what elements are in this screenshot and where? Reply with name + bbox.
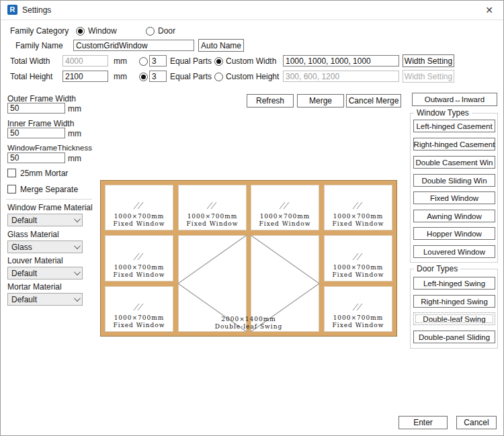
family-category-window-radio[interactable]: [76, 27, 85, 36]
mortar-material-label: Mortar Material: [7, 282, 62, 292]
cancel-button[interactable]: Cancel: [456, 416, 497, 429]
merge-separate-checkbox-label[interactable]: Merge Separate: [20, 185, 78, 194]
mortar-checkbox-label[interactable]: 25mm Mortar: [20, 169, 68, 178]
louver-material-label: Louver Material: [7, 256, 63, 265]
chevron-down-icon: [74, 269, 81, 275]
canvas-cell-fixed-window[interactable]: 1000×700mm Fixed Window: [324, 185, 392, 230]
door-swing-icon: [178, 235, 247, 332]
window-frame-material-select[interactable]: Default: [7, 214, 83, 226]
width-setting-button[interactable]: Width Setting: [403, 54, 454, 67]
custom-height-radio[interactable]: [214, 73, 223, 81]
total-width-label: Total Width: [10, 56, 50, 66]
auto-name-button[interactable]: Auto Name: [198, 39, 244, 52]
canvas-cell-fixed-window[interactable]: 1000×700mm Fixed Window: [105, 235, 173, 281]
window-type-fixed-window-button[interactable]: Fixed Window: [413, 191, 495, 204]
family-category-window-label[interactable]: Window: [88, 26, 117, 36]
window-type-hopper-window-button[interactable]: Hopper Window: [413, 227, 495, 240]
chevron-down-icon: [74, 216, 81, 222]
outward-inward-toggle-button[interactable]: Outward↔Inward: [412, 93, 497, 106]
close-icon[interactable]: ✕: [479, 3, 499, 17]
cell-type-label: Fixed Window: [187, 220, 239, 228]
glass-material-label: Glass Material: [7, 230, 59, 239]
door-type-right-hinged-swing-button[interactable]: Right-hinged Swing: [413, 295, 495, 308]
enter-button[interactable]: Enter: [398, 416, 448, 429]
custom-width-label[interactable]: Custom Width: [226, 56, 276, 66]
canvas-cell-fixed-window[interactable]: 1000×700mm Fixed Window: [251, 185, 319, 230]
height-equal-parts-radio[interactable]: [139, 73, 148, 81]
door-swing-icon: [251, 235, 319, 332]
canvas-cell-fixed-window[interactable]: 1000×700mm Fixed Window: [324, 235, 392, 281]
window-frame-thickness-label: WindowFrameThickness: [7, 144, 92, 152]
settings-dialog: R Settings ✕ Family Category Window Door…: [0, 0, 504, 436]
height-equal-parts-input[interactable]: [149, 71, 167, 82]
glass-material-value: Glass: [11, 243, 32, 252]
outer-frame-width-label: Outer Frame Width: [7, 94, 76, 103]
cell-type-label: Fixed Window: [333, 322, 384, 329]
window-type-awning-window-button[interactable]: Awning Window: [413, 210, 495, 222]
cell-type-label: Fixed Window: [114, 322, 165, 329]
canvas-cell-door-leaf-left[interactable]: [178, 235, 247, 332]
merge-separate-checkbox[interactable]: [7, 185, 16, 193]
window-frame-thickness-input[interactable]: [7, 152, 65, 163]
inner-frame-width-input[interactable]: [7, 128, 65, 138]
cell-size-label: 1000×700mm: [114, 314, 165, 322]
family-category-label: Family Category: [10, 26, 69, 36]
door-type-double-leaf-swing-button[interactable]: Double-leaf Swing: [413, 312, 495, 325]
glass-material-select[interactable]: Glass: [7, 241, 83, 253]
glass-hatch-icon: [351, 201, 366, 210]
window-type-double-sliding-button[interactable]: Double Sliding Win: [413, 174, 495, 187]
custom-height-input: [283, 71, 399, 82]
canvas-cell-fixed-window[interactable]: 1000×700mm Fixed Window: [105, 185, 173, 230]
outer-frame-width-input[interactable]: [7, 103, 65, 114]
cell-type-label: Fixed Window: [114, 271, 165, 279]
window-type-right-hinged-casement-button[interactable]: Right-hinged Casement: [413, 138, 495, 150]
custom-height-label[interactable]: Custom Height: [226, 72, 279, 81]
mortar-material-select[interactable]: Default: [7, 293, 83, 306]
canvas-cell-fixed-window[interactable]: 1000×700mm Fixed Window: [105, 286, 173, 332]
window-type-left-hinged-casement-button[interactable]: Left-hinged Casement: [413, 120, 495, 132]
cell-type-label: Fixed Window: [333, 220, 384, 228]
glass-hatch-icon: [278, 201, 292, 210]
canvas-cell-fixed-window[interactable]: 1000×700mm Fixed Window: [178, 185, 247, 230]
door-types-label: Door Types: [414, 264, 460, 273]
mortar-material-value: Default: [11, 295, 37, 304]
merge-button[interactable]: Merge: [297, 94, 344, 107]
chevron-down-icon: [74, 295, 81, 302]
canvas-cell-door-leaf-right[interactable]: [251, 235, 319, 332]
custom-width-radio[interactable]: [214, 57, 223, 66]
cell-size-label: 1000×700mm: [187, 213, 238, 220]
window-grid-canvas[interactable]: 1000×700mm Fixed Window 1000×700mm Fixed…: [100, 180, 397, 337]
total-height-input[interactable]: [62, 71, 108, 82]
window-frame-material-value: Default: [11, 216, 37, 225]
canvas-cell-fixed-window[interactable]: 1000×700mm Fixed Window: [324, 286, 392, 332]
width-equal-parts-label: Equal Parts: [170, 56, 212, 66]
width-equal-parts-radio[interactable]: [139, 57, 148, 66]
height-setting-button: Width Setting: [403, 70, 454, 83]
door-type-left-hinged-swing-button[interactable]: Left-hinged Swing: [413, 277, 495, 290]
cell-type-label: Fixed Window: [259, 220, 311, 228]
window-type-double-casement-button[interactable]: Double Casement Win: [413, 156, 495, 169]
window-type-louvered-window-button[interactable]: Louvered Window: [413, 245, 495, 258]
cell-size-label: 1000×700mm: [260, 213, 310, 220]
cell-size-label: 1000×700mm: [333, 264, 384, 271]
window-types-groupbox: [410, 113, 498, 263]
window-title: Settings: [22, 5, 51, 15]
cancel-merge-button[interactable]: Cancel Merge: [346, 94, 401, 107]
cell-type-label: Fixed Window: [333, 271, 384, 279]
glass-hatch-icon: [132, 201, 146, 210]
family-category-door-label[interactable]: Door: [158, 26, 175, 36]
chevron-down-icon: [74, 243, 81, 249]
total-width-unit-label: mm: [114, 56, 127, 66]
window-frame-material-label: Window Frame Material: [7, 203, 93, 212]
family-category-door-radio[interactable]: [146, 27, 155, 36]
cell-size-label: 1000×700mm: [333, 314, 384, 322]
louver-material-select[interactable]: Default: [7, 267, 83, 279]
mortar-checkbox[interactable]: [7, 169, 16, 177]
refresh-button[interactable]: Refresh: [247, 94, 294, 107]
app-logo-icon: R: [7, 5, 17, 15]
family-name-input[interactable]: [73, 40, 194, 51]
width-equal-parts-input[interactable]: [149, 55, 167, 67]
door-type-double-panel-sliding-button[interactable]: Double-panel Sliding: [413, 331, 495, 343]
custom-width-input[interactable]: [283, 55, 399, 67]
inner-frame-width-label: Inner Frame Width: [7, 119, 74, 128]
